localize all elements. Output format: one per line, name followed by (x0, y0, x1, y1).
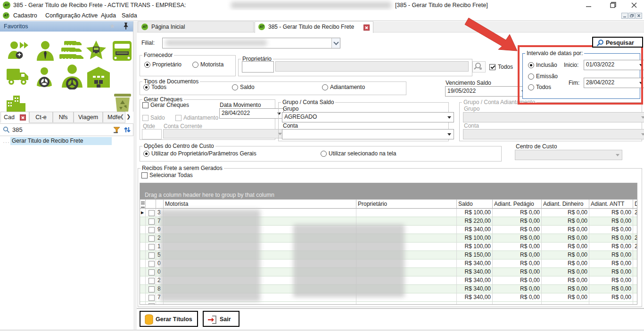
close-button[interactable] (629, 1, 639, 9)
menu-saida[interactable]: Saída (122, 12, 137, 19)
tab-scroll-left-icon[interactable]: ❮ (120, 113, 124, 120)
row-checkbox[interactable] (149, 303, 155, 305)
filter-icon[interactable] (113, 126, 120, 133)
warehouse-icon[interactable] (86, 66, 111, 89)
menu-ajuda[interactable]: Ajuda (101, 12, 116, 19)
row-checkbox[interactable] (149, 235, 155, 242)
data-movimento-combo[interactable]: 28/04/2022 (219, 108, 284, 119)
intervalo-inicio-combo[interactable]: 01/03/2022 (584, 60, 644, 70)
grid-header-d[interactable]: D (633, 199, 637, 209)
sidebar-search-bar[interactable]: 385 (0, 123, 133, 136)
mdi-close-button[interactable] (636, 13, 642, 19)
fleet-trucks-icon[interactable] (59, 40, 84, 62)
intervalo-fim-combo[interactable]: 28/04/2022 (584, 78, 644, 88)
table-row[interactable] (140, 302, 637, 305)
company-buildings-icon[interactable] (6, 92, 28, 113)
mdi-restore-button[interactable] (628, 13, 635, 19)
sidebar-tab-nfs[interactable]: Nfs (53, 112, 74, 123)
row-checkbox-cell[interactable] (146, 268, 156, 276)
person-tie-icon[interactable] (34, 40, 57, 62)
row-checkbox[interactable] (149, 227, 155, 233)
sidebar-tab-viagem[interactable]: Viagem (74, 112, 103, 123)
selecionar-todas-checkbox[interactable] (141, 172, 148, 178)
tab-gerar-titulo[interactable]: AT 385 - Gerar Titulo de Recibo Frete (255, 21, 373, 33)
row-checkbox[interactable] (149, 219, 155, 225)
star-truck-icon[interactable] (85, 40, 107, 62)
tipos-todos-radio[interactable] (143, 84, 149, 90)
row-checkbox-cell[interactable] (146, 243, 156, 251)
proprietario-todos-checkbox[interactable] (489, 64, 495, 70)
grid-header-saldo[interactable]: Saldo (457, 199, 493, 209)
fornecedor-proprietario-radio[interactable] (144, 62, 150, 68)
filial-combo[interactable] (162, 38, 340, 49)
grid-groupby-band[interactable]: Drag a column header here to group by th… (140, 183, 637, 199)
menu-configuracao-active[interactable]: Configuração Active (45, 12, 98, 19)
row-checkbox-cell[interactable] (146, 293, 156, 302)
row-checkbox-cell[interactable] (146, 276, 156, 285)
row-checkbox-cell[interactable] (146, 251, 156, 259)
grid-header-adiant-pedagio[interactable]: Adiant. Pedágio (493, 199, 542, 209)
opcoes-tela-radio[interactable] (321, 151, 327, 157)
row-checkbox-cell[interactable] (146, 285, 156, 293)
gerar-titulos-button[interactable]: Gerar Títulos (140, 311, 198, 327)
intervalo-todos-radio[interactable] (528, 84, 534, 90)
sidebar-tab-close-icon[interactable] (20, 114, 26, 121)
favorite-star-icon[interactable]: ★ (109, 22, 116, 30)
grid-header-adiant-antt[interactable]: Adiant. ANTT (589, 199, 633, 209)
gerar-cheques-checkbox[interactable] (142, 102, 149, 108)
grid-header-proprietario[interactable]: Proprietário (356, 199, 457, 209)
fornecedor-motorista-radio[interactable] (192, 62, 198, 68)
row-checkbox-cell[interactable] (146, 302, 156, 305)
proprietario-code-input[interactable] (242, 61, 274, 73)
driver-large-icon[interactable] (59, 64, 85, 89)
intervalo-emissao-radio[interactable] (528, 73, 534, 80)
driver-icon[interactable] (33, 67, 56, 89)
splitter[interactable] (133, 21, 137, 330)
column-chooser-icon[interactable] (141, 202, 145, 208)
row-checkbox[interactable] (149, 261, 155, 267)
row-checkbox[interactable] (149, 278, 155, 284)
intervalo-inclusao-radio[interactable] (528, 62, 534, 68)
tab-scroll-right-icon[interactable]: ❯ (126, 113, 131, 120)
grid-header-adiant-dinheiro[interactable]: Adiant. Dinheiro (542, 199, 589, 209)
tree-item-gerar-titulo[interactable]: Gerar Titulo de Recibo Frete (10, 137, 112, 145)
menu-cadastro[interactable]: Cadastro (13, 12, 37, 19)
row-checkbox[interactable] (149, 269, 155, 275)
bus-icon[interactable] (111, 40, 133, 62)
tab-pagina-inicial[interactable]: AT Página Inicial (138, 21, 254, 32)
sidebar-tab-cad[interactable]: Cad (0, 112, 29, 123)
row-checkbox[interactable] (149, 210, 155, 216)
row-checkbox[interactable] (149, 286, 155, 292)
row-checkbox[interactable] (149, 244, 155, 250)
row-checkbox-cell[interactable] (146, 209, 156, 217)
trash-bin-icon[interactable] (112, 91, 133, 113)
sidebar-tab-cte[interactable]: Ct-e (29, 112, 53, 123)
pin-icon[interactable] (123, 22, 129, 30)
pesquisar-button[interactable]: Pesquisar (592, 37, 643, 48)
opcoes-proprietario-radio[interactable] (143, 151, 149, 157)
mdi-minimize-button[interactable] (621, 13, 628, 19)
tipos-adiantamento-radio[interactable] (322, 84, 328, 90)
tipos-saldo-radio[interactable] (232, 84, 238, 90)
chevron-down-icon[interactable] (331, 38, 340, 48)
row-checkbox-cell[interactable] (146, 259, 156, 268)
proprietario-search-button[interactable] (472, 61, 486, 73)
vencimento-saldo-combo[interactable]: 19/05/2022 (445, 86, 528, 97)
sair-button[interactable]: Sair (203, 311, 239, 327)
tab-close-icon[interactable] (363, 24, 370, 31)
search-input[interactable]: 385 (12, 126, 23, 133)
truck-icon[interactable] (6, 66, 30, 89)
row-checkbox-cell[interactable] (146, 226, 156, 234)
grupo-saldo-combo[interactable]: AGREGADO (282, 112, 454, 122)
grid-header-motorista[interactable]: Motorista (164, 199, 356, 209)
sort-icon[interactable] (124, 126, 131, 134)
row-adiant-antt-cell: R$ 0,00 (589, 226, 633, 234)
row-checkbox-cell[interactable] (146, 217, 156, 226)
minimize-button[interactable] (584, 1, 594, 9)
row-checkbox[interactable] (149, 252, 155, 259)
add-person-icon[interactable] (7, 40, 30, 62)
restore-button[interactable] (607, 1, 618, 9)
row-checkbox[interactable] (149, 295, 155, 301)
conta-saldo-combo[interactable] (282, 129, 454, 139)
row-checkbox-cell[interactable] (146, 234, 156, 243)
